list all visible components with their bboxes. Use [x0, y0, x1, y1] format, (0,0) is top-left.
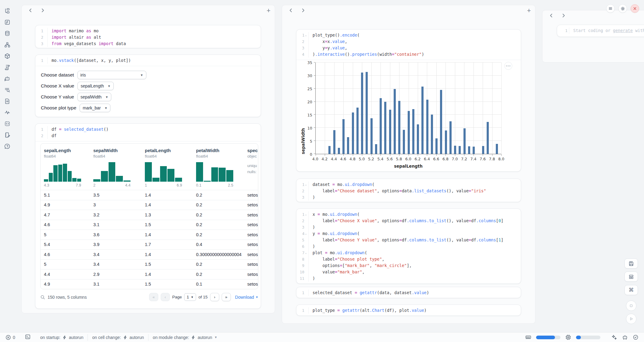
table-row[interactable]: 4.93.11.50.1setos	[41, 279, 258, 289]
dataset-select[interactable]: iris▼	[77, 71, 146, 79]
cell-editor[interactable]: 1df = selected_dataset()2df	[35, 124, 261, 141]
sidebar-item-dependency-graph[interactable]	[3, 41, 12, 49]
help-icon	[4, 143, 10, 149]
sidebar-item-data-sources[interactable]	[3, 29, 12, 38]
table-row[interactable]: 5.13.51.40.2setos	[41, 190, 258, 200]
search-icon[interactable]	[40, 295, 45, 300]
y-select[interactable]: sepalWidth▼	[77, 93, 111, 101]
table-row[interactable]: 53.61.40.2setos	[41, 230, 258, 240]
terminal-button[interactable]	[25, 334, 30, 340]
cell-editor[interactable]: 1⌄plot_type().encode(2 x=x.value,3 y=y.v…	[296, 30, 521, 60]
sidebar-item-snippets[interactable]	[3, 119, 12, 128]
line-number: 5	[296, 237, 309, 243]
column-next-button[interactable]	[301, 8, 305, 12]
column-header[interactable]: speciobjecuniqunulls:	[247, 148, 258, 187]
column-next-button[interactable]	[561, 13, 566, 18]
table-row[interactable]: 4.63.11.50.2setos	[41, 220, 258, 230]
runtime-config[interactable]: on cell change: autorun	[92, 335, 144, 340]
connection-status-icon[interactable]	[633, 334, 639, 340]
hamburger-menu-icon	[608, 6, 613, 11]
sidebar-item-variable-search[interactable]	[3, 86, 12, 94]
sidebar-item-functions[interactable]	[3, 18, 12, 27]
runtime-config[interactable]: on startup: autorun	[40, 335, 84, 340]
sidebar-item-file-tree[interactable]	[3, 7, 12, 15]
column-prev-button[interactable]	[289, 8, 293, 12]
table-row[interactable]: 4.63.41.40.30000000000000004setos	[41, 249, 258, 259]
sidebar-item-packages[interactable]	[3, 52, 12, 60]
command-palette-button[interactable]: ⌘	[624, 285, 638, 295]
shutdown-button[interactable]	[631, 4, 639, 13]
notebook-column-2: + 1⌄plot_type().encode(2 x=x.value,3 y=y…	[282, 5, 535, 324]
line-number: 9	[296, 262, 309, 269]
column-header[interactable]: petalLengthfloat64 16.9	[145, 148, 196, 187]
chart-bar	[417, 124, 419, 154]
chevron-down-icon: ▼	[256, 296, 258, 299]
page-select[interactable]: 1▼	[184, 293, 196, 301]
column-histogram	[196, 162, 233, 182]
fold-chevron-icon[interactable]: ⌄	[305, 250, 307, 256]
table-row[interactable]: 5.43.91.70.4setos	[41, 240, 258, 250]
add-cell-button[interactable]: +	[267, 8, 270, 14]
sidebar-item-tracer[interactable]	[3, 108, 12, 117]
table-row[interactable]: 4.931.40.2setos	[41, 200, 258, 210]
cell-editor[interactable]: 1⌄x = mo.ui.dropdown(2 label="Choose X v…	[296, 209, 521, 284]
column-header[interactable]: sepalWidthfloat64 24.4	[93, 148, 145, 187]
ai-assistant-icon[interactable]	[622, 334, 628, 340]
column-prev-button[interactable]	[28, 8, 33, 12]
generate-with-ai-link[interactable]: generate	[613, 28, 633, 33]
run-button[interactable]	[626, 314, 636, 324]
next-page-button[interactable]: ›	[210, 293, 219, 301]
sidebar-item-scratchpad[interactable]	[3, 131, 12, 139]
sidebar-item-help[interactable]	[3, 142, 12, 151]
line-number: 1	[557, 27, 569, 34]
menu-button[interactable]	[606, 4, 615, 13]
runtime-config[interactable]: on module change: autorun▼	[153, 335, 217, 340]
settings-button[interactable]	[618, 4, 627, 13]
prev-page-button[interactable]: ‹	[161, 293, 170, 301]
cell-editor[interactable]: 1plot_type = getattr(alt.Chart(df), plot…	[296, 305, 521, 316]
chart-bar	[394, 89, 396, 154]
fold-chevron-icon[interactable]: ⌄	[305, 181, 307, 188]
x-select[interactable]: sepalLength▼	[77, 82, 113, 90]
sparkles-icon[interactable]	[611, 334, 617, 340]
chart-bar	[445, 130, 447, 154]
table-row[interactable]: 53.41.50.2setos	[41, 259, 258, 269]
column-header[interactable]: sepalLengthfloat64 4.37.9	[44, 148, 93, 187]
line-number: 1	[35, 28, 48, 34]
control-label: Choose Y value	[41, 94, 74, 100]
sidebar-item-ai-chat[interactable]	[3, 74, 12, 83]
line-number: 1	[35, 126, 48, 133]
download-button[interactable]: Download▼	[235, 295, 258, 300]
control-label: Choose plot type	[41, 105, 76, 111]
fold-chevron-icon[interactable]: ⌄	[305, 32, 307, 38]
column-header[interactable]: petalWidthfloat64 0.12.5	[196, 148, 247, 187]
stop-button[interactable]	[626, 301, 636, 311]
lightning-icon	[63, 335, 67, 340]
fold-chevron-icon[interactable]: ⌄	[305, 211, 307, 218]
first-page-button[interactable]: «	[149, 293, 158, 301]
chart-menu-button[interactable]: •••	[504, 62, 512, 70]
chevron-down-icon: ▼	[104, 106, 107, 110]
column-prev-button[interactable]	[549, 13, 553, 18]
last-page-button[interactable]: »	[222, 293, 231, 301]
fold-chevron-icon[interactable]: ⌄	[305, 230, 307, 237]
column-next-button[interactable]	[41, 8, 45, 12]
cell-editor[interactable]: 1selected_dataset = getattr(data, datase…	[296, 287, 521, 298]
close-icon	[633, 7, 637, 10]
cell-editor[interactable]: 1⌄dataset = mo.ui.dropdown(2 label="Choo…	[296, 179, 521, 202]
plot-type-select[interactable]: mark_bar▼	[80, 104, 110, 112]
table-body: 5.13.51.40.2setos4.931.40.2setos4.73.21.…	[41, 190, 258, 289]
sidebar-item-logs[interactable]	[3, 63, 12, 72]
layout-grid-button[interactable]	[624, 272, 638, 282]
save-button[interactable]	[624, 258, 638, 269]
add-cell-button[interactable]: +	[527, 8, 531, 14]
cell-editor[interactable]: 1Start coding or generate with AI	[557, 25, 644, 36]
table-row[interactable]: 4.42.91.40.2setos	[41, 269, 258, 279]
table-row[interactable]: 4.73.21.30.2setos	[41, 210, 258, 220]
plot-area[interactable]	[315, 62, 501, 154]
cell-editor[interactable]: 1mo.vstack([dataset, x, y, plot])	[35, 55, 261, 66]
error-indicator[interactable]: 0	[5, 335, 15, 340]
sidebar-item-documentation[interactable]	[3, 97, 12, 105]
cell-new: 1Start coding or generate with AI	[557, 25, 644, 37]
cell-editor[interactable]: 1import marimo as mo2import altair as al…	[35, 25, 261, 48]
